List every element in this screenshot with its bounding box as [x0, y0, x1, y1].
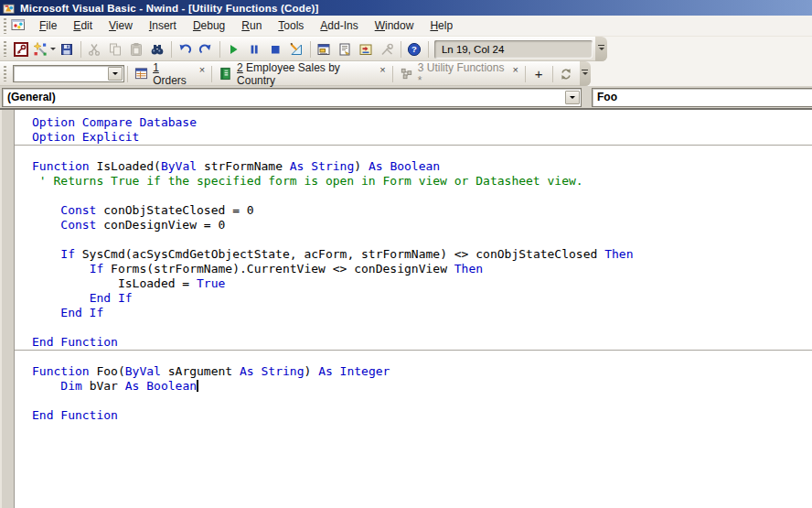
reset-icon [268, 42, 283, 57]
code-header: (General) Foo [0, 86, 812, 110]
code-line-20[interactable] [15, 394, 812, 408]
menu-edit[interactable]: Edit [65, 16, 101, 35]
menu-debug[interactable]: Debug [185, 16, 233, 35]
code-line-4[interactable]: Function IsLoaded(ByVal strFormName As S… [15, 159, 812, 174]
module-icon [400, 67, 413, 81]
help-icon: ? [407, 42, 422, 57]
tab-separator [392, 66, 393, 82]
code-line-16[interactable]: End Function [15, 335, 812, 350]
toolbar-grip[interactable] [4, 41, 6, 57]
code-line-19[interactable]: Dim bVar As Boolean [15, 379, 812, 394]
design-mode-button[interactable] [286, 38, 307, 59]
code-content[interactable]: Option Compare DatabaseOption ExplicitFu… [15, 110, 812, 508]
break-button[interactable] [244, 38, 265, 59]
code-line-1[interactable]: Option Compare Database [15, 115, 812, 130]
code-line-7[interactable]: Const conObjStateClosed = 0 [15, 203, 812, 218]
paste-icon [129, 42, 144, 57]
menu-addins[interactable]: Add-Ins [312, 16, 366, 35]
cut-button [84, 38, 105, 59]
menu-view[interactable]: View [101, 16, 141, 35]
title-bar: Microsoft Visual Basic - Nwind - [Utilit… [0, 0, 812, 16]
standard-toolbar: ? Ln 19, Col 24 [0, 37, 607, 61]
menu-file[interactable]: File [31, 16, 65, 35]
tab-employee-sales-by-country[interactable]: 2 Employee Sales by Country× [215, 61, 390, 87]
reset-button[interactable] [265, 38, 286, 59]
code-line-11[interactable]: If Forms(strFormName).CurrentView <> con… [15, 262, 812, 276]
object-combo-dropdown-button[interactable] [565, 91, 580, 104]
tab-orders[interactable]: 1 Orders× [131, 61, 208, 87]
menu-tools[interactable]: Tools [270, 16, 312, 35]
code-line-12[interactable]: IsLoaded = True [15, 276, 812, 291]
code-line-10[interactable]: If SysCmd(acSysCmdGetObjectState, acForm… [15, 247, 812, 262]
menubar-grip[interactable] [4, 18, 6, 34]
properties-window-button[interactable] [335, 38, 356, 59]
form-icon [134, 67, 148, 81]
project-explorer-button[interactable] [314, 38, 335, 59]
code-line-17[interactable] [15, 350, 812, 364]
tab-close-icon[interactable]: × [199, 61, 205, 75]
menu-window[interactable]: Window [367, 16, 422, 35]
combo-dropdown-button[interactable] [108, 67, 123, 81]
insert-object-button[interactable] [32, 38, 57, 59]
menu-insert[interactable]: Insert [141, 16, 185, 35]
tab-close-icon[interactable]: × [512, 61, 518, 75]
object-search-combo[interactable] [13, 65, 124, 82]
menu-bar: FileEditViewInsertDebugRunToolsAdd-InsWi… [0, 16, 812, 37]
menubar-items: FileEditViewInsertDebugRunToolsAdd-InsWi… [31, 16, 461, 35]
toolbar-separator [219, 41, 220, 58]
triangle-down-icon [570, 96, 575, 102]
find-button[interactable] [147, 38, 168, 59]
menu-run[interactable]: Run [233, 16, 270, 35]
undo-button[interactable] [175, 38, 196, 59]
toolbar-separator [80, 41, 81, 58]
run-icon [226, 42, 240, 57]
tab-bar: 1 Orders×2 Employee Sales by Country×3 U… [0, 61, 591, 86]
toolbar-overflow-button[interactable] [595, 37, 607, 61]
design-mode-icon [289, 42, 304, 57]
save-button[interactable] [57, 38, 78, 59]
code-line-14[interactable]: End If [15, 306, 812, 320]
tab-separator [211, 66, 212, 82]
tab-close-icon[interactable]: × [379, 61, 385, 75]
code-window-icon [11, 17, 26, 35]
tabbar-overflow-button[interactable] [580, 61, 591, 86]
code-line-8[interactable]: Const conDesignView = 0 [15, 218, 812, 232]
tab-utility-functions[interactable]: 3 Utility Functions *× [396, 61, 522, 87]
code-line-21[interactable]: End Function [15, 408, 812, 423]
chevron-down-icon [599, 48, 604, 53]
help-button[interactable]: ? [404, 38, 425, 59]
triangle-down-icon [112, 72, 118, 78]
dropdown-arrow-icon [50, 48, 56, 53]
code-line-9[interactable] [15, 232, 812, 247]
new-tab-button[interactable]: + [529, 66, 550, 81]
view-access-button[interactable] [11, 38, 32, 59]
cut-icon [87, 42, 102, 57]
undo-icon [177, 42, 192, 57]
code-line-13[interactable]: End If [15, 291, 812, 306]
tabbar-grip[interactable] [4, 66, 6, 81]
code-line-18[interactable]: Function Foo(ByVal sArgument As String) … [15, 364, 812, 379]
code-line-3[interactable] [15, 145, 812, 159]
line-col-text: Ln 19, Col 24 [442, 44, 504, 55]
run-button[interactable] [223, 38, 244, 59]
toolbar-row: ? Ln 19, Col 24 [0, 37, 812, 61]
object-combo[interactable]: (General) [2, 88, 582, 107]
toolbar-separator [401, 41, 401, 58]
object-browser-button[interactable] [356, 38, 377, 59]
tab-label: 1 Orders [153, 61, 192, 87]
code-line-5[interactable]: ' Returns True if the specified form is … [15, 174, 812, 189]
line-col-indicator: Ln 19, Col 24 [434, 40, 593, 59]
code-editor[interactable]: Option Compare DatabaseOption ExplicitFu… [0, 110, 812, 508]
margin-indicator-bar[interactable] [0, 110, 15, 508]
code-line-6[interactable] [15, 189, 812, 203]
menu-help[interactable]: Help [422, 16, 461, 35]
properties-window-icon [337, 42, 352, 57]
procedure-combo[interactable]: Foo [592, 88, 812, 107]
redo-button[interactable] [196, 38, 217, 59]
refresh-button[interactable] [556, 63, 577, 84]
copy-icon [108, 42, 123, 57]
code-line-2[interactable]: Option Explicit [15, 130, 812, 145]
access-icon [14, 42, 28, 57]
toolbar-buttons: ? [11, 38, 432, 59]
code-line-15[interactable] [15, 320, 812, 335]
